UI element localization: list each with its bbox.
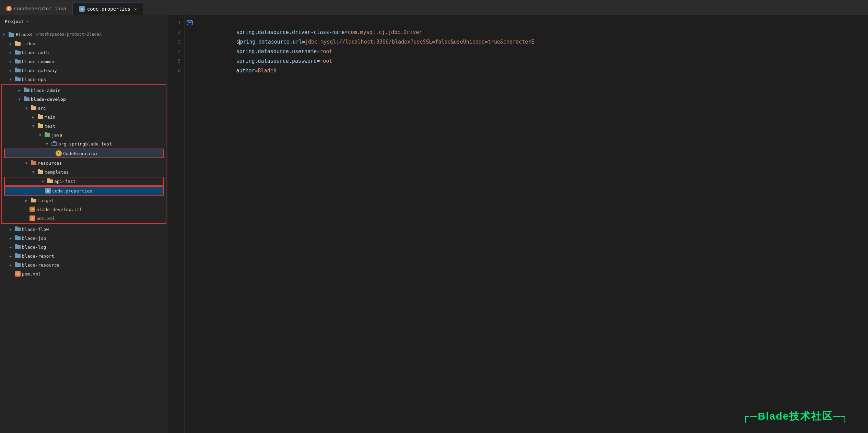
project-label: Project (5, 19, 24, 24)
module-icon (15, 68, 21, 73)
tree-item-api-fast[interactable]: ▶ api-fast (4, 177, 164, 186)
item-label: org.springblade.test (58, 141, 112, 147)
watermark-text: Blade技术社区 (758, 410, 833, 422)
tab-codegenerator[interactable]: C CodeGenerator.java (0, 2, 73, 15)
code-eq: = (317, 58, 320, 64)
folder-icon (38, 114, 43, 120)
iml-file-icon: iml (30, 207, 35, 212)
arrow-expanded: ▼ (32, 124, 38, 128)
svg-rect-35 (15, 226, 17, 228)
module-icon (15, 235, 21, 241)
package-icon (51, 141, 57, 147)
item-label: blade-auth (22, 50, 49, 55)
code-val-underline: bladex (392, 39, 410, 45)
code-eq: = (317, 48, 320, 55)
props-file-icon: ⚙ (45, 188, 51, 194)
arrow-expanded: ▼ (10, 78, 15, 81)
tab-codeproperties[interactable]: ⚙ code.properties ✕ (73, 2, 143, 15)
arrow-collapsed: ▶ (10, 245, 15, 249)
item-label: blade-develop.iml (36, 207, 82, 212)
tree-item-blade-report[interactable]: ▶ blade-report (0, 251, 168, 260)
arrow-expanded: ▼ (32, 170, 38, 174)
file-tree: ▼ BladeX ~/Workspaces/product/BladeX ▶ .… (0, 28, 168, 280)
tree-item-blade-job[interactable]: ▶ blade-job (0, 234, 168, 243)
line-numbers: 1 2 3 4 5 6 (168, 15, 185, 433)
arrow-collapsed: ▶ (10, 236, 15, 240)
item-label: pom.xml (22, 271, 41, 277)
tree-item-pom-root[interactable]: m pom.xml (0, 269, 168, 278)
tree-item-test[interactable]: ▼ test (2, 121, 166, 130)
arrow-expanded: ▼ (25, 106, 31, 110)
item-label: blade-log (22, 245, 46, 250)
svg-rect-13 (24, 87, 26, 89)
line-number-2: 2 (168, 27, 181, 37)
main-content: Project ▾ ▼ BladeX ~/Workspaces/product/… (0, 15, 868, 433)
svg-rect-9 (15, 68, 17, 69)
tree-item-blade-develop-iml[interactable]: iml blade-develop.iml (2, 205, 166, 214)
folder-icon (31, 105, 36, 111)
item-label: java (51, 132, 62, 138)
close-icon[interactable]: ✕ (134, 7, 137, 11)
module-icon (24, 96, 30, 102)
java-class-icon: C (56, 150, 62, 156)
tree-item-target[interactable]: ▶ target (2, 196, 166, 205)
module-icon (15, 262, 21, 268)
tree-item-templates[interactable]: ▼ templates (2, 167, 166, 176)
code-line-1: spring.datasource.driver-class-name=com.… (199, 18, 864, 27)
item-label: code.properties (52, 188, 92, 194)
java-tab-icon: C (6, 6, 12, 11)
tree-item-code-properties[interactable]: ⚙ code.properties (4, 186, 164, 196)
tree-item-blade-auth[interactable]: ▶ blade-auth (0, 48, 168, 57)
tree-item-blade-develop[interactable]: ▼ blade-develop (2, 95, 166, 104)
arrow-expanded: ▼ (19, 97, 24, 101)
tab-label: CodeGenerator.java (14, 6, 66, 11)
watermark: ┌─Blade技术社区─┐ (742, 409, 849, 423)
tree-item-blade-ops[interactable]: ▼ blade-ops (0, 75, 168, 84)
folder-icon (38, 123, 43, 129)
tree-item-pom-develop[interactable]: m pom.xml (2, 214, 166, 223)
tab-label: code.properties (87, 6, 130, 12)
module-icon (24, 87, 30, 93)
tree-item-org-springblade-test[interactable]: ▼ org.springblade.test (2, 139, 166, 148)
item-label: main (45, 115, 55, 120)
item-label: api-fast (54, 179, 76, 184)
tree-item-src[interactable]: ▼ src (2, 104, 166, 113)
tree-item-blade-flow[interactable]: ▶ blade-flow (0, 225, 168, 234)
tabs-bar: C CodeGenerator.java ⚙ code.properties ✕ (0, 0, 868, 15)
arrow-collapsed: ▶ (10, 51, 15, 55)
tree-item-blade-admin[interactable]: ▶ blade-admin (2, 86, 166, 95)
item-label: blade-flow (22, 227, 49, 232)
item-label: blade-common (22, 59, 54, 64)
line-number-5: 5 (168, 56, 181, 66)
tree-item-blade-common[interactable]: ▶ blade-common (0, 57, 168, 66)
svg-rect-17 (31, 105, 33, 107)
item-label: pom.xml (36, 216, 55, 221)
svg-rect-33 (31, 198, 33, 199)
code-line-6 (199, 66, 864, 75)
item-label: .idea (22, 41, 35, 46)
tree-item-main[interactable]: ▶ main (2, 113, 166, 121)
svg-rect-19 (38, 114, 40, 116)
tree-item-blade-resource[interactable]: ▶ blade-resource (0, 260, 168, 269)
item-label: templates (45, 169, 69, 175)
code-content[interactable]: spring.datasource.driver-class-name=com.… (195, 15, 868, 433)
svg-rect-41 (15, 253, 17, 255)
tree-item-codegenerator[interactable]: C CodeGenerator (4, 149, 164, 158)
svg-rect-27 (31, 160, 33, 162)
tree-item-idea[interactable]: ▶ .idea (0, 39, 168, 48)
tree-item-resources[interactable]: ▼ resources (2, 159, 166, 167)
db-icon[interactable] (186, 18, 193, 27)
arrow-expanded: ▼ (25, 161, 31, 165)
code-key: spring.datasource.password (236, 58, 317, 64)
code-eq: = (255, 68, 258, 74)
tree-item-blade-gateway[interactable]: ▶ blade-gateway (0, 66, 168, 75)
svg-rect-37 (15, 235, 17, 237)
tree-item-blade-log[interactable]: ▶ blade-log (0, 243, 168, 251)
item-label: CodeGenerator (63, 151, 98, 156)
arrow-collapsed: ▶ (42, 179, 47, 183)
item-label: blade-job (22, 236, 46, 241)
xml-file-icon: m (30, 215, 35, 221)
tree-item-java[interactable]: ▼ java (2, 130, 166, 139)
svg-rect-25 (53, 141, 56, 143)
tree-item-bladex[interactable]: ▼ BladeX ~/Workspaces/product/BladeX (0, 30, 168, 39)
